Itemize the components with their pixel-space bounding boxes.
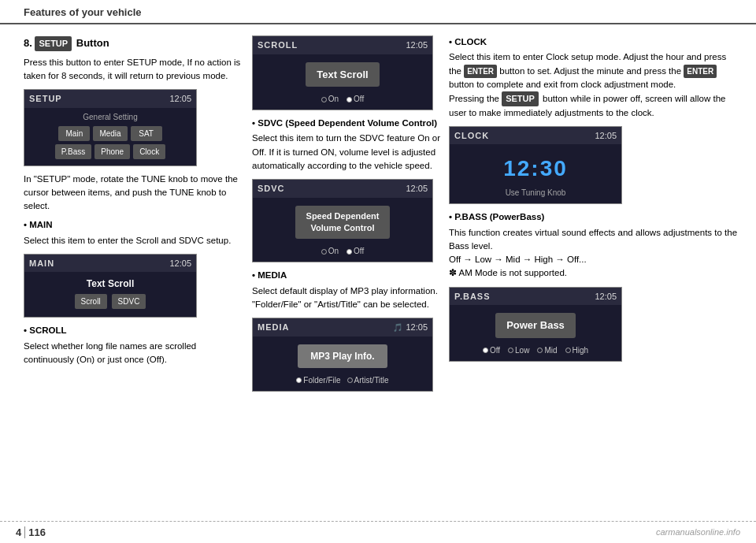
scroll-text-btn: Text Scroll bbox=[306, 62, 380, 87]
watermark: carmanualsonline.info bbox=[656, 527, 740, 537]
pbass-high: High bbox=[565, 344, 589, 356]
artist-option: Artist/Title bbox=[347, 374, 389, 386]
pbass-screen-header: P.BASS 12:05 bbox=[450, 288, 621, 306]
sdvc-screen-header: SDVC 12:05 bbox=[253, 180, 432, 198]
setup-menu-row2: P.Bass Phone Clock bbox=[29, 144, 191, 159]
main-scroll-btn: Scroll bbox=[75, 294, 107, 309]
setup-badge: SETUP bbox=[35, 36, 72, 51]
bullet-main: • MAIN Select this item to enter the Scr… bbox=[24, 218, 244, 247]
setup-screen-header: SETUP 12:05 bbox=[24, 90, 196, 108]
media-screen-header: MEDIA 🎵 12:05 bbox=[253, 318, 432, 337]
media-screen-body: MP3 Play Info. Folder/File Artist/Title bbox=[253, 337, 432, 391]
bullet-scroll: • SCROLL Select whether long file names … bbox=[24, 324, 244, 366]
bullet-sdvc: • SDVC (Speed Dependent Volume Control) … bbox=[252, 117, 441, 173]
clock-screen: CLOCK 12:05 12:30 Use Tuning Knob bbox=[449, 126, 622, 205]
main-screen-header: MAIN 12:05 bbox=[24, 255, 196, 273]
pbass-off: Off bbox=[483, 344, 500, 356]
main-sdvc-btn: SDVC bbox=[112, 294, 146, 309]
middle-column: SCROLL 12:05 Text Scroll On Off • SDVC (… bbox=[252, 35, 441, 504]
left-column: 8. SETUP Button Press this button to ent… bbox=[24, 35, 244, 504]
clock-text3: button to complete and exit from clock a… bbox=[449, 80, 676, 89]
para1: Press this button to enter SETUP mode, I… bbox=[24, 56, 244, 84]
setup-badge-2: SETUP bbox=[502, 91, 539, 106]
page-title: Features of your vehicle bbox=[24, 6, 142, 18]
enter-badge-2: ENTER bbox=[684, 65, 717, 78]
menu-btn-clock: Clock bbox=[133, 144, 165, 159]
scroll-radio-row: On Off bbox=[259, 93, 426, 105]
pbass-radio-row: Off Low Mid High bbox=[456, 344, 615, 356]
enter-badge-1: ENTER bbox=[464, 65, 497, 78]
page-header: Features of your vehicle bbox=[0, 0, 756, 24]
scroll-off-option: Off bbox=[346, 93, 364, 105]
menu-btn-main: Main bbox=[58, 126, 90, 141]
power-bass-btn: Power Bass bbox=[495, 313, 576, 338]
pbass-mid: Mid bbox=[537, 344, 557, 356]
bullet-clock: • CLOCK Select this item to enter Clock … bbox=[449, 35, 740, 120]
setup-menu-row1: Main Media SAT bbox=[29, 126, 191, 141]
page-number: 4 116 bbox=[16, 526, 46, 538]
clock-screen-body: 12:30 Use Tuning Knob bbox=[450, 144, 621, 203]
section8-title: 8. SETUP Button bbox=[24, 35, 244, 51]
folder-row: Folder/File Artist/Title bbox=[259, 374, 426, 386]
pbass-screen: P.BASS 12:05 Power Bass Off Low Mid High bbox=[449, 287, 622, 362]
clock-display: 12:30 bbox=[456, 152, 615, 185]
sdvc-on-option: On bbox=[321, 245, 339, 257]
main-screen: MAIN 12:05 Text Scroll Scroll SDVC bbox=[24, 254, 197, 318]
para2: In "SETUP" mode, rotate the TUNE knob to… bbox=[24, 173, 244, 214]
main-screen-body: Text Scroll Scroll SDVC bbox=[24, 272, 196, 317]
sdvc-main-text: Speed DependentVolume Control bbox=[295, 206, 391, 240]
page-footer: 4 116 carmanualsonline.info bbox=[0, 521, 756, 543]
bullet-media: • MEDIA Select default display of MP3 pl… bbox=[252, 269, 441, 311]
right-column: • CLOCK Select this item to enter Clock … bbox=[449, 35, 740, 504]
setup-screen-body: General Setting Main Media SAT P.Bass Ph… bbox=[24, 108, 196, 166]
sdvc-screen: SDVC 12:05 Speed DependentVolume Control… bbox=[252, 179, 433, 262]
menu-btn-sat: SAT bbox=[131, 126, 162, 141]
scroll-screen: SCROLL 12:05 Text Scroll On Off bbox=[252, 35, 433, 110]
scroll-on-option: On bbox=[321, 93, 339, 105]
pbass-screen-body: Power Bass Off Low Mid High bbox=[450, 305, 621, 361]
bullet-pbass: • P.BASS (PowerBass) This function creat… bbox=[449, 210, 740, 280]
media-screen: MEDIA 🎵 12:05 MP3 Play Info. Folder/File… bbox=[252, 318, 433, 392]
sdvc-off-option: Off bbox=[346, 245, 364, 257]
clock-text2: button to set. Adjust the minute and pre… bbox=[499, 66, 681, 76]
menu-btn-phone: Phone bbox=[94, 144, 130, 159]
folder-option: Folder/File bbox=[296, 374, 340, 386]
scroll-sdvc-row: Scroll SDVC bbox=[31, 294, 190, 309]
clock-text4: Pressing the bbox=[449, 94, 499, 103]
pbass-low: Low bbox=[508, 344, 529, 356]
clock-sub: Use Tuning Knob bbox=[456, 187, 615, 199]
sdvc-screen-body: Speed DependentVolume Control On Off bbox=[253, 198, 432, 262]
menu-btn-media: Media bbox=[93, 126, 127, 141]
scroll-screen-body: Text Scroll On Off bbox=[253, 54, 432, 110]
setup-screen: SETUP 12:05 General Setting Main Media S… bbox=[24, 89, 197, 166]
scroll-screen-header: SCROLL 12:05 bbox=[253, 36, 432, 54]
menu-btn-pbass: P.Bass bbox=[55, 144, 91, 159]
sdvc-radio-row: On Off bbox=[259, 245, 426, 257]
general-setting-label: General Setting bbox=[29, 111, 191, 123]
clock-screen-header: CLOCK 12:05 bbox=[450, 127, 621, 145]
mp3-play-info-btn: MP3 Play Info. bbox=[298, 344, 387, 368]
content-area: 8. SETUP Button Press this button to ent… bbox=[0, 24, 756, 512]
